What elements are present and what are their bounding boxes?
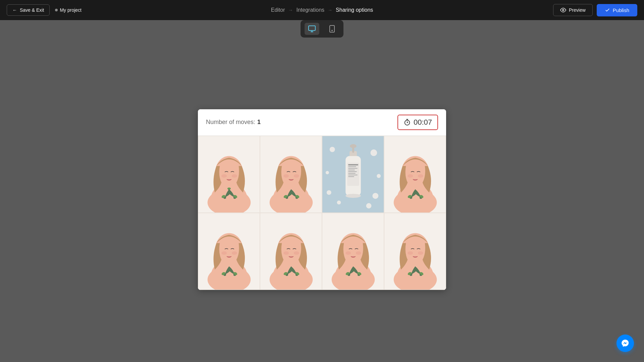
moves-counter: Number of moves: 1 <box>206 119 261 126</box>
svg-point-20 <box>227 187 231 189</box>
breadcrumb-integrations[interactable]: Integrations <box>297 7 325 13</box>
svg-rect-51 <box>348 174 358 175</box>
preview-button[interactable]: Preview <box>553 4 593 16</box>
grid-cell-serum[interactable] <box>322 136 384 213</box>
timer-display: 00:07 <box>397 115 438 130</box>
save-exit-label: Save & Exit <box>20 7 44 13</box>
grid-cell-8[interactable] <box>384 213 446 290</box>
serum-bottle-illustration <box>322 136 384 213</box>
woman-illustration-1 <box>198 136 260 213</box>
svg-point-59 <box>418 174 423 178</box>
breadcrumb-arrow-2: → <box>328 7 332 13</box>
breadcrumb-editor[interactable]: Editor <box>271 7 285 13</box>
breadcrumb-nav: Editor → Integrations → Sharing options <box>271 7 373 13</box>
svg-point-39 <box>326 171 329 174</box>
svg-point-33 <box>370 149 377 156</box>
svg-point-53 <box>345 194 361 198</box>
svg-point-26 <box>294 174 299 178</box>
svg-rect-46 <box>348 166 356 167</box>
breadcrumb-arrow-1: → <box>288 7 293 13</box>
moves-value: 1 <box>257 119 261 126</box>
grid-cell-6[interactable] <box>260 213 322 290</box>
svg-point-25 <box>283 174 289 178</box>
svg-point-35 <box>327 190 331 195</box>
svg-point-42 <box>350 144 357 148</box>
breadcrumb-sharing[interactable]: Sharing options <box>336 7 373 13</box>
grid-cell-7[interactable] <box>322 213 384 290</box>
stats-bar: Number of moves: 1 00:07 <box>198 109 446 136</box>
svg-rect-48 <box>348 170 355 170</box>
moves-label: Number of moves: <box>206 119 255 126</box>
timer-icon <box>404 119 411 126</box>
main-content: Number of moves: 1 00:07 <box>0 20 644 362</box>
publish-label: Publish <box>613 7 629 13</box>
dot-icon <box>55 9 58 11</box>
woman-illustration-8 <box>384 213 446 290</box>
svg-point-32 <box>330 146 335 152</box>
navbar-right: Preview Publish <box>553 4 637 16</box>
woman-illustration-4 <box>384 136 446 213</box>
grid-cell-1[interactable] <box>198 136 260 213</box>
svg-point-79 <box>294 251 299 255</box>
grid-cell-2[interactable] <box>260 136 322 213</box>
svg-point-37 <box>366 203 372 208</box>
svg-point-13 <box>221 174 227 178</box>
svg-point-34 <box>372 193 378 199</box>
woman-illustration-2 <box>260 136 322 213</box>
preview-label: Preview <box>569 7 586 13</box>
check-icon <box>605 7 610 13</box>
svg-rect-50 <box>348 173 356 174</box>
svg-point-88 <box>345 251 351 255</box>
project-name-label: My project <box>60 7 82 13</box>
svg-rect-49 <box>348 171 357 172</box>
woman-illustration-7 <box>322 213 384 290</box>
svg-point-78 <box>283 251 289 255</box>
svg-rect-52 <box>348 176 354 177</box>
svg-point-69 <box>232 251 237 255</box>
save-exit-button[interactable]: ← Save & Exit <box>7 4 50 16</box>
grid-cell-4[interactable] <box>384 136 446 213</box>
messenger-icon <box>621 339 630 348</box>
woman-illustration-5 <box>198 213 260 290</box>
arrow-left-icon: ← <box>12 7 17 13</box>
timer-value: 00:07 <box>414 118 432 127</box>
svg-point-14 <box>232 174 237 178</box>
game-card: Number of moves: 1 00:07 <box>198 109 446 290</box>
svg-rect-45 <box>348 164 358 165</box>
svg-point-0 <box>562 9 564 11</box>
svg-point-68 <box>221 251 227 255</box>
publish-button[interactable]: Publish <box>597 4 637 16</box>
svg-rect-47 <box>348 168 358 169</box>
eye-icon <box>560 7 566 13</box>
project-name: My project <box>55 7 82 13</box>
svg-point-36 <box>337 200 341 204</box>
navbar: ← Save & Exit My project Editor → Integr… <box>0 0 644 20</box>
woman-illustration-6 <box>260 213 322 290</box>
svg-point-98 <box>408 251 413 255</box>
svg-point-99 <box>418 251 423 255</box>
messenger-button[interactable] <box>616 335 634 352</box>
puzzle-grid <box>198 136 446 290</box>
svg-point-58 <box>408 174 413 178</box>
svg-rect-44 <box>347 163 359 186</box>
navbar-left: ← Save & Exit My project <box>7 4 82 16</box>
grid-cell-5[interactable] <box>198 213 260 290</box>
svg-point-38 <box>377 174 381 178</box>
svg-point-89 <box>356 251 361 255</box>
